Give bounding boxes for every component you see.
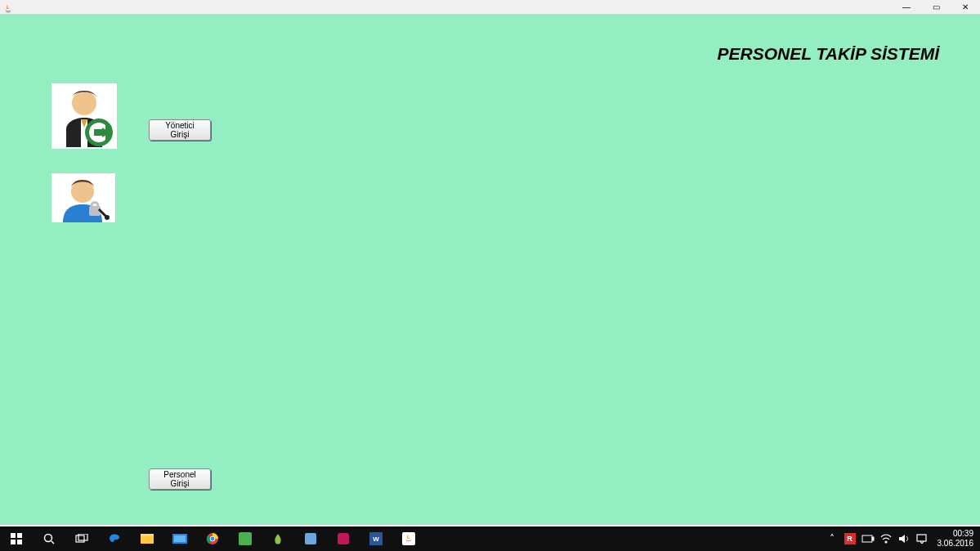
admin-login-button[interactable]: Yönetici Girişi — [149, 119, 211, 141]
pink-app-icon[interactable] — [327, 526, 360, 551]
svg-rect-9 — [11, 533, 16, 538]
svg-point-13 — [45, 535, 52, 542]
svg-point-18 — [211, 537, 215, 541]
java-app-taskbar-icon[interactable] — [392, 526, 425, 551]
word-app-icon[interactable]: W — [360, 526, 392, 551]
avira-tray-icon[interactable]: R — [843, 526, 857, 551]
cube-app-icon[interactable] — [294, 526, 327, 551]
battery-tray-icon[interactable] — [861, 526, 875, 551]
svg-rect-11 — [11, 540, 16, 544]
svg-rect-20 — [872, 537, 874, 540]
app-title-label: PERSONEL TAKİP SİSTEMİ — [718, 44, 939, 64]
svg-point-2 — [72, 91, 96, 115]
clock-date: 3.06.2016 — [937, 539, 974, 549]
edge-browser-icon[interactable] — [98, 526, 131, 551]
mail-app-icon[interactable] — [163, 526, 196, 551]
window-controls: — ▭ ✕ — [892, 0, 980, 14]
taskbar-left-group: W — [0, 526, 425, 551]
svg-rect-12 — [17, 540, 22, 544]
window-maximize-button[interactable]: ▭ — [921, 0, 951, 14]
window-titlebar: — ▭ ✕ — [0, 0, 980, 15]
pear-app-icon[interactable] — [262, 526, 294, 551]
window-close-button[interactable]: ✕ — [951, 0, 980, 14]
java-app-icon — [3, 2, 13, 12]
chrome-browser-icon[interactable] — [196, 526, 229, 551]
tray-chevron-icon[interactable]: ˄ — [825, 526, 839, 551]
volume-tray-icon[interactable] — [897, 526, 911, 551]
action-center-icon[interactable] — [915, 526, 929, 551]
taskbar-clock[interactable]: 00:39 3.06.2016 — [933, 529, 979, 549]
svg-point-21 — [885, 541, 887, 543]
personnel-user-icon — [51, 173, 115, 222]
personnel-login-button[interactable]: Personel Girişi — [149, 468, 211, 490]
wifi-tray-icon[interactable] — [879, 526, 893, 551]
svg-rect-15 — [78, 534, 87, 540]
start-button[interactable] — [0, 526, 33, 551]
app-content: PERSONEL TAKİP SİSTEMİ Yönetici Girişi — [0, 15, 980, 525]
svg-rect-14 — [76, 535, 84, 542]
windows-taskbar: W ˄ R 00:39 3.06.2016 — [0, 526, 980, 551]
admin-user-icon — [51, 83, 117, 149]
search-icon[interactable] — [33, 526, 65, 551]
svg-point-8 — [105, 215, 110, 220]
task-view-icon[interactable] — [65, 526, 98, 551]
window-minimize-button[interactable]: — — [892, 0, 921, 14]
svg-rect-10 — [17, 533, 22, 538]
svg-rect-19 — [862, 535, 872, 542]
system-tray: ˄ R 00:39 3.06.2016 — [825, 526, 981, 551]
file-explorer-icon[interactable] — [131, 526, 163, 551]
camtasia-icon[interactable] — [229, 526, 262, 551]
svg-rect-22 — [917, 535, 926, 541]
clock-time: 00:39 — [937, 529, 974, 539]
